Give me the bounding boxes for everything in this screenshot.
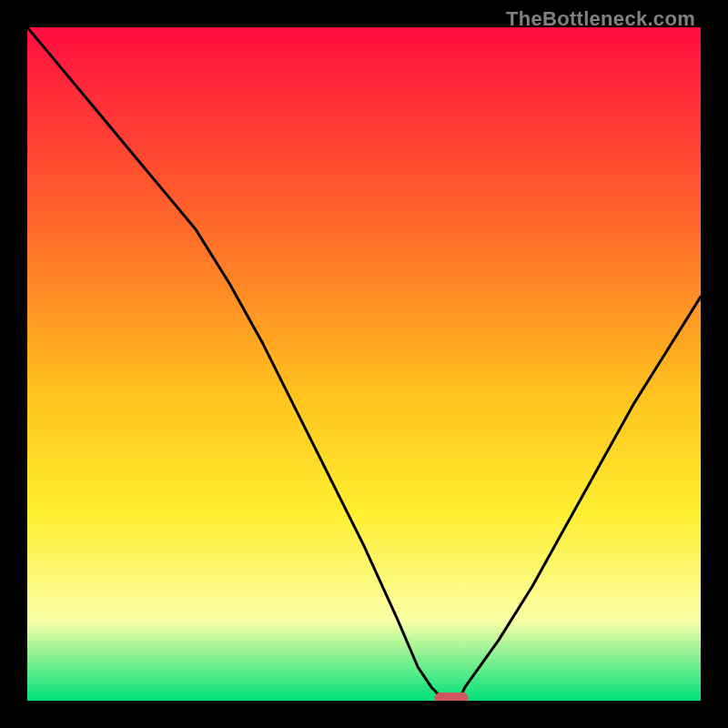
gradient-background [27,27,701,701]
optimal-marker [435,693,469,701]
watermark-text: TheBottleneck.com [506,7,695,31]
bottleneck-chart [27,27,701,701]
chart-frame: TheBottleneck.com [0,0,728,728]
